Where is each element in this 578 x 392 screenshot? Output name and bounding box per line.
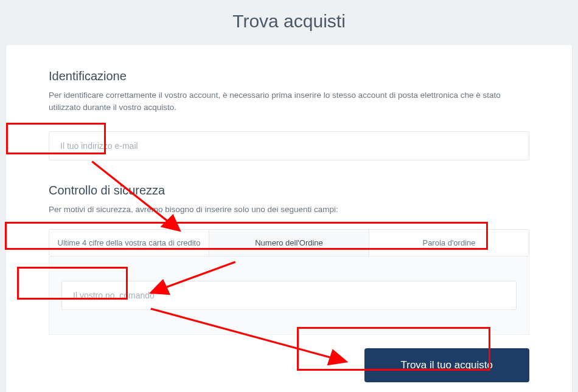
security-tabs: Ultime 4 cifre della vostra carta di cre… [49, 229, 529, 256]
email-input[interactable] [49, 131, 529, 160]
page-title: Trova acquisti [0, 0, 578, 45]
tab-last4[interactable]: Ultime 4 cifre della vostra carta di cre… [49, 230, 209, 256]
order-number-input[interactable] [61, 281, 517, 310]
form-card: Identificazione Per identificare corrett… [6, 45, 572, 392]
tab-password[interactable]: Parola d'ordine [369, 230, 529, 256]
find-purchase-button[interactable]: Trova il tuo acquisto [364, 348, 530, 382]
tab-panel-order-number [49, 256, 529, 335]
security-heading: Controllo di sicurezza [49, 184, 529, 198]
security-description: Per motivi di sicurezza, avremo bisogno … [49, 204, 529, 216]
tab-order-number[interactable]: Numero dell'Ordine [209, 230, 369, 256]
identification-heading: Identificazione [49, 69, 529, 83]
identification-description: Per identificare correttamente il vostro… [49, 89, 529, 114]
